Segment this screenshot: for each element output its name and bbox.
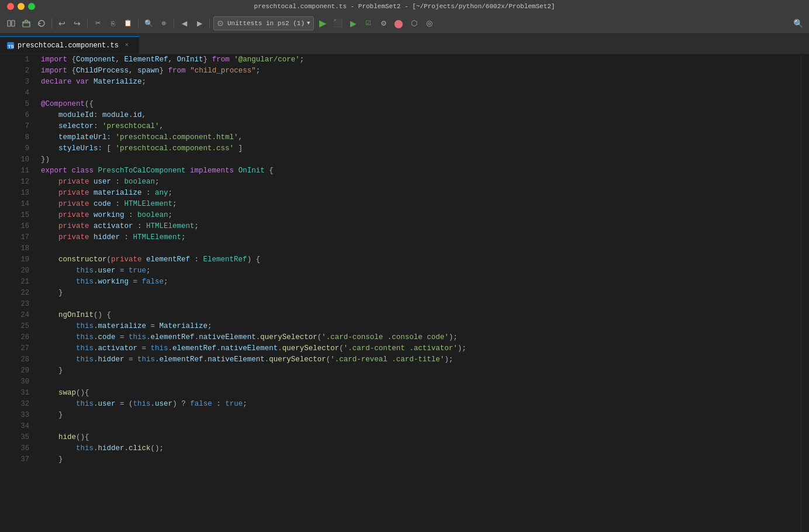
code-line[interactable]: import {Component, ElementRef, OnInit} f…: [41, 54, 801, 65]
code-line[interactable]: export class PreschToCalComponent implem…: [41, 165, 801, 177]
code-line[interactable]: [41, 421, 801, 432]
line-number: 26: [8, 332, 36, 343]
code-line[interactable]: private working : boolean;: [41, 210, 801, 221]
code-line[interactable]: [41, 243, 801, 254]
separator-5: [209, 18, 210, 29]
stop-button[interactable]: ⬤: [392, 17, 405, 30]
back-button[interactable]: ◀: [178, 17, 191, 30]
line-number: 5: [8, 99, 36, 110]
code-line[interactable]: private hidder : HTMLElement;: [41, 232, 801, 243]
line-number: 35: [8, 432, 36, 443]
code-line[interactable]: [41, 88, 801, 99]
separator-2: [87, 18, 88, 29]
code-line[interactable]: declare var Materialize;: [41, 77, 801, 88]
build-button[interactable]: ⬡: [407, 17, 420, 30]
line-number: 10: [8, 154, 36, 165]
line-number: 34: [8, 421, 36, 432]
line-number: 6: [8, 110, 36, 121]
line-number: 13: [8, 188, 36, 199]
line-number: 32: [8, 399, 36, 410]
window-title: preschtocal.component.ts - ProblemSet2 -…: [254, 3, 555, 10]
line-number: 29: [8, 365, 36, 376]
search-everywhere-button[interactable]: 🔍: [791, 17, 804, 30]
code-line[interactable]: }: [41, 410, 801, 421]
forward-button[interactable]: ▶: [193, 17, 206, 30]
code-line[interactable]: [41, 376, 801, 388]
tab-label: preschtocal.component.ts: [18, 42, 119, 50]
code-line[interactable]: templateUrl: 'preschtocal.component.html…: [41, 132, 801, 143]
run-config-arrow: ▼: [307, 20, 310, 26]
code-editor[interactable]: import {Component, ElementRef, OnInit} f…: [36, 54, 801, 532]
line-number: 3: [8, 77, 36, 88]
coverage-button[interactable]: ☑: [362, 17, 375, 30]
code-line[interactable]: styleUrls: [ 'preschtocal.component.css'…: [41, 143, 801, 154]
find-usages-button[interactable]: ⊕: [157, 17, 170, 30]
line-number: 14: [8, 199, 36, 210]
code-line[interactable]: moduleId: module.id,: [41, 110, 801, 121]
separator-4: [174, 18, 174, 29]
maximize-button[interactable]: [28, 3, 35, 10]
line-number: 30: [8, 376, 36, 388]
minimize-button[interactable]: [18, 3, 25, 10]
code-line[interactable]: this.materialize = Materialize;: [41, 321, 801, 332]
code-line[interactable]: private materialize : any;: [41, 188, 801, 199]
code-line[interactable]: swap(){: [41, 388, 801, 399]
line-number: 11: [8, 165, 36, 177]
code-line[interactable]: constructor(private elementRef : Element…: [41, 254, 801, 265]
line-number: 19: [8, 254, 36, 265]
code-line[interactable]: this.user = (this.user) ? false : true;: [41, 399, 801, 410]
line-number: 17: [8, 232, 36, 243]
line-number: 16: [8, 221, 36, 232]
code-line[interactable]: private code : HTMLElement;: [41, 199, 801, 210]
profile-button[interactable]: ⚙: [377, 17, 390, 30]
code-line[interactable]: this.working = false;: [41, 277, 801, 288]
code-line[interactable]: hide(){: [41, 432, 801, 443]
debug-stop-button[interactable]: ⬛: [331, 17, 344, 30]
code-line[interactable]: ngOnInit() {: [41, 310, 801, 321]
paste-button[interactable]: 📋: [122, 17, 134, 30]
code-line[interactable]: }: [41, 454, 801, 465]
separator-3: [138, 18, 139, 29]
code-line[interactable]: this.hidder = this.elementRef.nativeElem…: [41, 354, 801, 365]
code-line[interactable]: selector: 'preschtocal',: [41, 121, 801, 132]
code-line[interactable]: @Component({: [41, 99, 801, 110]
code-line[interactable]: }): [41, 154, 801, 165]
code-line[interactable]: this.user = true;: [41, 265, 801, 277]
inspect-button[interactable]: ◎: [423, 17, 435, 30]
project-button[interactable]: [20, 17, 33, 30]
cut-button[interactable]: ✂: [91, 17, 104, 30]
run-button[interactable]: ▶: [316, 17, 329, 30]
line-number: 8: [8, 132, 36, 143]
run-config-selector[interactable]: Unittests in ps2 (1) ▼: [213, 16, 314, 30]
redo-button[interactable]: ↪: [71, 17, 84, 30]
line-number: 24: [8, 310, 36, 321]
run-config-label: Unittests in ps2 (1): [227, 20, 305, 27]
sync-button[interactable]: [35, 17, 48, 30]
line-number: 27: [8, 343, 36, 354]
code-line[interactable]: private activator : HTMLElement;: [41, 221, 801, 232]
code-line[interactable]: private user : boolean;: [41, 177, 801, 188]
code-line[interactable]: }: [41, 288, 801, 299]
svg-rect-1: [12, 20, 15, 26]
find-button[interactable]: 🔍: [142, 17, 155, 30]
code-line[interactable]: [41, 299, 801, 310]
resume-button[interactable]: ▶: [347, 17, 359, 30]
line-number: 4: [8, 88, 36, 99]
code-line[interactable]: this.code = this.elementRef.nativeElemen…: [41, 332, 801, 343]
line-number: 37: [8, 454, 36, 465]
code-line[interactable]: }: [41, 365, 801, 376]
toggle-sidebar-button[interactable]: [5, 17, 18, 30]
undo-button[interactable]: ↩: [56, 17, 68, 30]
tab-preschtocal[interactable]: TS preschtocal.component.ts ×: [0, 36, 139, 54]
toolbar: ↩ ↪ ✂ ⎘ 📋 🔍 ⊕ ◀ ▶ Unittests in ps2 (1) ▼…: [0, 13, 809, 34]
tab-close-button[interactable]: ×: [122, 41, 132, 50]
line-number: 7: [8, 121, 36, 132]
titlebar: preschtocal.component.ts - ProblemSet2 -…: [0, 0, 809, 13]
minimap: [801, 54, 809, 532]
code-line[interactable]: this.hidder.click();: [41, 443, 801, 454]
svg-rect-0: [8, 20, 11, 26]
code-line[interactable]: import {ChildProcess, spawn} from "child…: [41, 65, 801, 77]
copy-button[interactable]: ⎘: [106, 17, 119, 30]
close-button[interactable]: [7, 3, 14, 10]
code-line[interactable]: this.activator = this.elementRef.nativeE…: [41, 343, 801, 354]
